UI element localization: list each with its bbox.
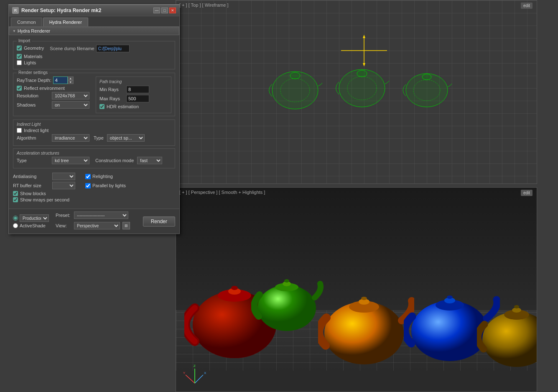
shadows-select[interactable]: on off — [52, 101, 89, 109]
raytrace-down[interactable]: ▼ — [68, 80, 74, 84]
view-select[interactable]: Perspective Top Front — [74, 222, 120, 229]
resolution-label: Resolution — [17, 93, 50, 98]
activeshade-radio[interactable] — [13, 223, 18, 228]
tab-common[interactable]: Common — [11, 18, 42, 26]
svg-point-12 — [422, 74, 431, 80]
teapot-gold — [477, 283, 537, 371]
path-tracing-box: Path tracing Min Rays Max Rays HDR estim… — [96, 76, 171, 113]
production-select[interactable]: Production — [20, 214, 49, 222]
window-controls: — □ ✕ — [153, 8, 176, 13]
scene-dump-label: Scene dump filename — [50, 46, 94, 51]
dialog-body: Import Geometry Scene dump filename Mate… — [9, 38, 179, 209]
algorithm-row: Algorithm irradiance path tracing Type o… — [17, 134, 171, 142]
min-rays-input[interactable] — [126, 86, 149, 93]
show-blocks-label: Show blocks — [20, 191, 46, 196]
svg-point-9 — [357, 70, 367, 77]
svg-text:Y: Y — [183, 371, 186, 375]
type-select-indirect[interactable]: object sp... world space — [107, 134, 145, 142]
rollout-arrow: ▼ — [13, 29, 16, 33]
view-label: View: — [56, 223, 72, 228]
lights-label: Lights — [24, 60, 36, 65]
resolution-row: Resolution 1024x768 1280x720 1920x1080 — [17, 92, 92, 99]
maximize-button[interactable]: □ — [161, 8, 168, 13]
parallel-lights-checkbox[interactable] — [85, 183, 91, 188]
construction-mode-select[interactable]: fast quality — [137, 157, 162, 164]
show-blocks-checkbox[interactable] — [13, 191, 18, 196]
indirect-light-row: Indirect light — [17, 128, 171, 133]
materials-label: Materials — [24, 54, 43, 59]
svg-point-17 — [231, 286, 238, 290]
render-button[interactable]: Render — [143, 216, 175, 227]
render-settings-cols: RayTrace Depth: ▲ ▼ Reflect environment — [17, 76, 171, 113]
scene-dump-input[interactable] — [96, 45, 130, 52]
show-blocks-row: Show blocks — [13, 191, 175, 196]
rt-buffer-label: RT buffer size — [13, 183, 51, 188]
preset-select[interactable]: -------------------- — [74, 211, 128, 219]
relighting-checkbox[interactable] — [85, 174, 91, 179]
relighting-label: Relighting — [92, 174, 113, 179]
shadows-label: Shadows — [17, 102, 50, 107]
hdr-estimation-row: HDR estimation — [99, 104, 168, 109]
svg-text:X: X — [204, 371, 206, 375]
rollout-header[interactable]: ▼ Hydra Renderer — [9, 27, 179, 35]
svg-point-29 — [447, 295, 453, 299]
resolution-select[interactable]: 1024x768 1280x720 1920x1080 — [52, 92, 89, 99]
raytrace-spinbox[interactable]: ▲ ▼ — [53, 76, 74, 84]
render-setup-dialog: R Render Setup: Hydra Render mk2 — □ ✕ C… — [8, 4, 180, 234]
lights-checkbox[interactable] — [17, 60, 22, 65]
preset-label: Preset: — [56, 213, 72, 218]
indirect-light-checkbox[interactable] — [17, 128, 22, 133]
rt-buffer-select[interactable]: 256 512 — [52, 182, 75, 189]
hdr-estimation-checkbox[interactable] — [99, 104, 104, 109]
materials-row: Materials — [17, 54, 171, 59]
accel-type-select[interactable]: kd tree BVH — [52, 157, 89, 164]
geometry-label: Geometry — [24, 46, 44, 51]
tab-hydra-renderer[interactable]: Hydra Renderer — [43, 18, 88, 26]
reflect-env-checkbox[interactable] — [17, 86, 22, 91]
production-radio[interactable] — [13, 216, 18, 221]
parallel-lights-label: Parallel by lights — [92, 183, 126, 188]
top-viewport-label: [ + ] [ Top ] [ Wireframe ] — [179, 3, 228, 8]
materials-checkbox[interactable] — [17, 54, 22, 59]
svg-point-18 — [257, 285, 316, 331]
teapot-yellow — [318, 272, 414, 369]
antialiasing-select[interactable]: 2x 4x — [52, 173, 75, 180]
viewport-perspective[interactable]: X Y Z [ + ] [ Perspective ] [ Smooth + H… — [176, 187, 537, 392]
algorithm-select[interactable]: irradiance path tracing — [52, 134, 89, 142]
viewport-top[interactable]: [ + ] [ Top ] [ Wireframe ] edit — [176, 0, 537, 184]
teapot-wire-3 — [402, 69, 452, 111]
persp-edit-label[interactable]: edit — [521, 190, 533, 196]
misc-row-2: RT buffer size 256 512 Parallel by light… — [13, 182, 175, 189]
indirect-light-label: Indirect light — [24, 128, 48, 133]
parallel-lights-row: Parallel by lights — [85, 183, 126, 188]
geometry-check-row[interactable]: Geometry — [17, 46, 44, 51]
indirect-light-section: Indirect Light Indirect light Algorithm … — [13, 120, 175, 146]
minimize-button[interactable]: — — [153, 8, 160, 13]
teapot-green — [251, 262, 326, 337]
indirect-light-section-label: Indirect Light — [17, 122, 171, 127]
raytrace-input[interactable] — [53, 76, 68, 84]
accel-type-label: Type — [17, 158, 50, 163]
render-settings-label: Render settings — [17, 70, 49, 75]
geometry-checkbox[interactable] — [17, 46, 22, 51]
show-mrays-checkbox[interactable] — [13, 197, 18, 202]
acceleration-section-label: Acceleration structures — [17, 151, 171, 155]
shadows-row: Shadows on off — [17, 101, 92, 109]
raytrace-up[interactable]: ▲ — [68, 76, 74, 80]
render-right-col: Path tracing Min Rays Max Rays HDR estim… — [96, 76, 171, 113]
view-row: View: Perspective Top Front ⊞ — [56, 222, 130, 229]
max-rays-input[interactable] — [126, 95, 149, 102]
dialog-title: Render Setup: Hydra Render mk2 — [21, 8, 101, 13]
activeshade-label: ActiveShade — [20, 223, 46, 228]
axis-cross — [339, 34, 389, 67]
svg-line-35 — [186, 375, 195, 383]
render-settings-group: Render settings RayTrace Depth: ▲ ▼ — [13, 73, 175, 116]
preset-view-area: Preset: -------------------- View: Persp… — [56, 211, 130, 231]
view-picker-button[interactable]: ⊞ — [122, 222, 130, 229]
relighting-row: Relighting — [85, 174, 113, 179]
max-rays-row: Max Rays — [99, 95, 168, 102]
production-radio-row: Production — [13, 214, 49, 222]
top-edit-label[interactable]: edit — [521, 3, 533, 9]
close-button[interactable]: ✕ — [169, 8, 176, 13]
teapot-wire-1 — [268, 67, 322, 113]
